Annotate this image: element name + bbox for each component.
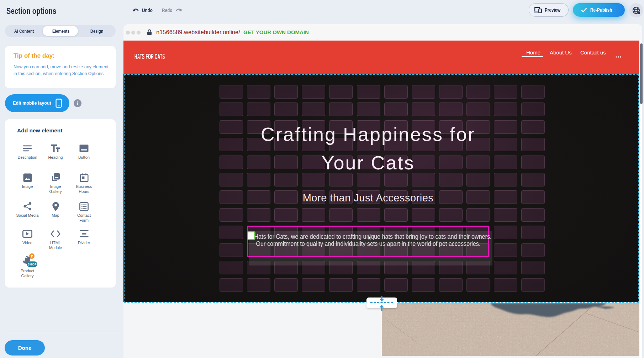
svg-text:SHOP: SHOP [27,263,37,266]
